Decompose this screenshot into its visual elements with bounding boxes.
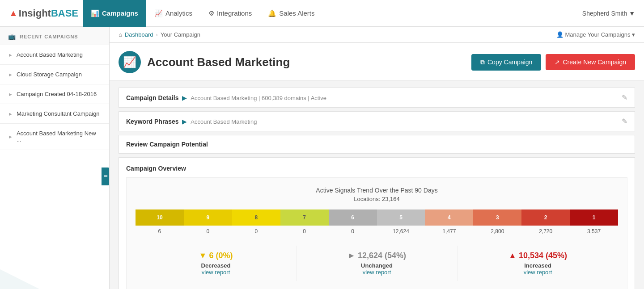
stat-decreased-label: Decreased — [141, 262, 291, 269]
breadcrumb-dashboard[interactable]: Dashboard — [125, 31, 153, 38]
val-1: 3,537 — [570, 226, 618, 236]
val-5: 12,624 — [377, 226, 425, 236]
down-icon: ▼ — [199, 251, 207, 260]
breadcrumb-left: ⌂ Dashboard › Your Campaign — [119, 31, 200, 38]
stat-increased-label: Increased — [463, 262, 613, 269]
bar-10: 10 — [136, 209, 184, 226]
bar-5: 5 — [377, 209, 425, 226]
review-section: Review Campaign Potential — [119, 135, 635, 154]
sidebar-item-abm-new[interactable]: ► Account Based Marketing New ... — [0, 124, 109, 150]
bar-7: 7 — [280, 209, 329, 226]
keyword-phrases-label[interactable]: Keyword Phrases — [126, 118, 179, 125]
chevron-right-icon-4: ► — [8, 111, 13, 117]
nav-item-campaigns[interactable]: 📊 Campaigns — [83, 0, 146, 27]
page-title: Account Based Marketing — [147, 55, 471, 69]
sidebar-item-created[interactable]: ► Campaign Created 04-18-2016 — [0, 84, 109, 104]
page-header: 📈 Account Based Marketing ⧉ Copy Campaig… — [110, 43, 644, 80]
val-3: 2,800 — [473, 226, 521, 236]
home-icon: ⌂ — [119, 31, 122, 38]
nav-item-sales-alerts[interactable]: 🔔 Sales Alerts — [260, 0, 322, 27]
stat-unchanged-number: ► 12,624 (54%) — [302, 251, 452, 260]
logo-icon: ▲ — [9, 8, 18, 18]
campaign-details-label[interactable]: Campaign Details — [126, 94, 178, 101]
bar-9: 9 — [184, 209, 232, 226]
stat-unchanged: ► 12,624 (54%) Unchanged view report — [297, 246, 458, 281]
overview-section: Campaign Overview Active Signals Trend O… — [119, 157, 635, 289]
nav-item-integrations[interactable]: ⚙ Integrations — [200, 0, 260, 27]
top-nav: ▲ Insight BASE 📊 Campaigns 📈 Analytics ⚙… — [0, 0, 644, 27]
stat-unchanged-label: Unchanged — [302, 262, 452, 269]
copy-icon: ⧉ — [480, 59, 485, 66]
val-10: 6 — [136, 226, 184, 236]
val-7: 0 — [280, 226, 329, 236]
create-campaign-button[interactable]: ↗ Create New Campaign — [546, 54, 635, 70]
sidebar-item-abm[interactable]: ► Account Based Marketing — [0, 45, 109, 65]
sidebar-toggle[interactable]: ☰ — [102, 168, 110, 185]
main-content: ⌂ Dashboard › Your Campaign 👤 Manage You… — [110, 27, 644, 289]
edit-icon-details[interactable]: ✎ — [622, 93, 627, 102]
chevron-right-icon-5: ► — [8, 134, 13, 139]
stat-decreased-link[interactable]: view report — [141, 269, 291, 276]
campaign-details-section: Campaign Details ▶ Account Based Marketi… — [119, 88, 635, 108]
sidebar-bg-decoration: ▶ — [0, 255, 44, 289]
stat-increased-link[interactable]: view report — [463, 269, 613, 276]
logo-insight: Insight — [19, 8, 51, 19]
monitor-icon: 📺 — [8, 33, 16, 40]
campaign-details-left: Campaign Details ▶ Account Based Marketi… — [126, 94, 326, 101]
stat-unchanged-link[interactable]: view report — [302, 269, 452, 276]
stat-decreased-number: ▼ 6 (0%) — [141, 251, 291, 260]
logo-base: BASE — [51, 8, 78, 19]
bar-8: 8 — [232, 209, 280, 226]
manage-campaigns-button[interactable]: 👤 Manage Your Campaigns ▾ — [556, 31, 635, 38]
campaign-details-arrow: ▶ — [182, 94, 187, 101]
user-menu[interactable]: Shepherd Smith ▼ — [582, 10, 635, 17]
create-icon: ↗ — [555, 59, 560, 66]
chart-subtitle: Locations: 23,164 — [136, 196, 618, 202]
manage-icon: 👤 — [556, 31, 564, 38]
sidebar: 📺 RECENT CAMPAIGNS ► Account Based Marke… — [0, 27, 110, 289]
stat-increased-number: ▲ 10,534 (45%) — [463, 251, 613, 260]
chevron-right-icon: ► — [8, 52, 13, 58]
right-icon: ► — [347, 251, 356, 260]
bar-chart: 10 9 8 7 6 5 4 3 2 1 — [136, 209, 618, 226]
sidebar-item-marketing[interactable]: ► Marketing Consultant Campaign — [0, 104, 109, 124]
copy-campaign-button[interactable]: ⧉ Copy Campaign — [471, 54, 541, 71]
bar-6: 6 — [329, 209, 377, 226]
keyword-arrow: ▶ — [182, 118, 187, 125]
bar-4: 4 — [425, 209, 473, 226]
nav-items: 📊 Campaigns 📈 Analytics ⚙ Integrations 🔔… — [83, 0, 582, 27]
chart-container: Active Signals Trend Over the Past 90 Da… — [126, 177, 627, 289]
values-row: 6 0 0 0 0 12,624 1,477 2,800 2,720 3,537 — [136, 226, 618, 236]
val-2: 2,720 — [521, 226, 570, 236]
edit-icon-keywords[interactable]: ✎ — [622, 117, 627, 126]
logo[interactable]: ▲ Insight BASE — [9, 8, 78, 19]
review-label: Review Campaign Potential — [126, 141, 208, 148]
sidebar-section-label: 📺 RECENT CAMPAIGNS — [0, 27, 109, 45]
breadcrumb: ⌂ Dashboard › Your Campaign 👤 Manage You… — [110, 27, 644, 43]
nav-item-analytics[interactable]: 📈 Analytics — [146, 0, 200, 27]
keyword-phrases-section: Keyword Phrases ▶ Account Based Marketin… — [119, 111, 635, 131]
integrations-icon: ⚙ — [208, 9, 214, 17]
bar-3: 3 — [473, 209, 521, 226]
chevron-right-icon-2: ► — [8, 72, 13, 77]
stats-row: ▼ 6 (0%) Decreased view report ► 12,624 … — [136, 241, 618, 281]
campaign-icon: 📈 — [119, 51, 141, 73]
keyword-detail: Account Based Marketing — [191, 118, 257, 125]
campaign-details-detail: Account Based Marketing | 600,389 domain… — [191, 95, 326, 101]
val-4: 1,477 — [425, 226, 473, 236]
bar-1: 1 — [570, 209, 618, 226]
stat-increased: ▲ 10,534 (45%) Increased view report — [458, 246, 618, 281]
analytics-icon: 📈 — [154, 9, 163, 17]
val-9: 0 — [184, 226, 232, 236]
campaigns-icon: 📊 — [91, 9, 99, 17]
val-6: 0 — [329, 226, 377, 236]
breadcrumb-current: Your Campaign — [161, 31, 200, 38]
sidebar-item-cloud[interactable]: ► Cloud Storage Campaign — [0, 65, 109, 84]
chart-title: Active Signals Trend Over the Past 90 Da… — [136, 187, 618, 194]
sales-alerts-icon: 🔔 — [268, 9, 276, 17]
val-8: 0 — [232, 226, 280, 236]
overview-label: Campaign Overview — [126, 165, 627, 172]
bar-2: 2 — [521, 209, 570, 226]
breadcrumb-separator: › — [156, 31, 157, 38]
keyword-phrases-left: Keyword Phrases ▶ Account Based Marketin… — [126, 118, 257, 125]
